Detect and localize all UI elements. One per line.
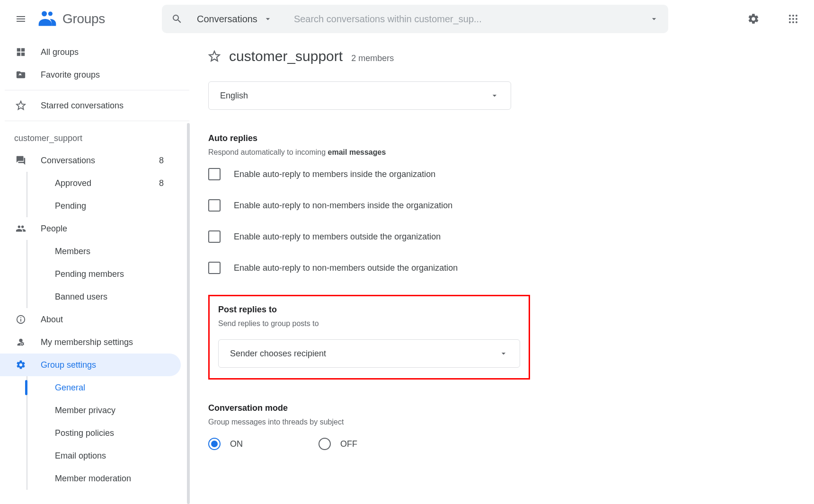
chevron-down-icon <box>490 91 499 100</box>
sidebar-item-posting-policies[interactable]: Posting policies <box>0 422 181 444</box>
main-menu-button[interactable] <box>9 8 32 30</box>
count-badge: 8 <box>159 156 164 166</box>
sidebar-item-label: Banned users <box>55 292 107 302</box>
sidebar-item-general[interactable]: General <box>0 376 181 399</box>
svg-point-6 <box>792 18 794 20</box>
info-icon <box>14 313 27 326</box>
conversations-icon <box>14 154 27 167</box>
sidebar-item-label: About <box>41 315 63 325</box>
settings-button[interactable] <box>742 8 765 30</box>
svg-point-7 <box>796 18 797 20</box>
sidebar-item-members[interactable]: Members <box>0 240 181 263</box>
radio-label: OFF <box>340 439 357 449</box>
star-outline-icon <box>14 99 27 112</box>
sidebar-item-about[interactable]: About <box>0 308 181 331</box>
sidebar-item-label: Favorite groups <box>41 70 100 80</box>
radio-option-off[interactable]: OFF <box>319 438 357 450</box>
sidebar-item-label: People <box>41 224 67 234</box>
search-icon[interactable] <box>171 13 183 25</box>
sidebar-item-member-moderation[interactable]: Member moderation <box>0 467 181 490</box>
hamburger-icon <box>15 13 27 25</box>
checkbox-label: Enable auto-reply to members outside the… <box>234 232 441 242</box>
svg-point-8 <box>789 21 791 23</box>
chevron-down-icon <box>499 349 508 358</box>
sidebar-item-label: Approved <box>55 178 91 188</box>
search-input[interactable] <box>294 14 649 25</box>
checkbox-members-outside[interactable] <box>208 230 221 243</box>
sidebar-item-all-groups[interactable]: All groups <box>0 41 181 63</box>
sidebar-item-group-settings[interactable]: Group settings <box>0 354 181 376</box>
apps-button[interactable] <box>782 8 805 30</box>
post-replies-select[interactable]: Sender chooses recipient <box>218 339 520 368</box>
header: Groups Conversations <box>0 0 814 38</box>
post-replies-highlight: Post replies to Send replies to group po… <box>208 295 530 380</box>
section-subtitle: Respond automatically to incoming email … <box>208 148 795 157</box>
checkbox-nonmembers-outside[interactable] <box>208 262 221 274</box>
language-select[interactable]: English <box>208 81 511 110</box>
search-scope-label[interactable]: Conversations <box>197 14 257 25</box>
sidebar-item-starred-conversations[interactable]: Starred conversations <box>0 94 181 117</box>
checkbox-label: Enable auto-reply to non-members outside… <box>234 263 458 273</box>
sidebar-item-label: Posting policies <box>55 428 114 438</box>
apps-grid-icon <box>787 13 799 25</box>
divider <box>5 90 189 90</box>
chevron-down-icon[interactable] <box>263 14 273 24</box>
sidebar-item-favorite-groups[interactable]: Favorite groups <box>0 63 181 86</box>
svg-point-4 <box>796 15 797 17</box>
member-count: 2 members <box>351 53 394 63</box>
radio-option-on[interactable]: ON <box>208 438 243 450</box>
language-select-value: English <box>220 91 248 101</box>
svg-point-2 <box>789 15 791 17</box>
subtitle-bold: email messages <box>328 148 386 156</box>
sidebar-item-label: General <box>55 383 85 393</box>
group-title: customer_support <box>229 48 343 64</box>
sidebar-item-pending-members[interactable]: Pending members <box>0 263 181 285</box>
sidebar-item-member-privacy[interactable]: Member privacy <box>0 399 181 422</box>
sidebar-item-my-membership-settings[interactable]: My membership settings <box>0 331 181 354</box>
star-toggle-button[interactable] <box>208 50 221 62</box>
section-title: Conversation mode <box>208 403 795 413</box>
sidebar-item-label: Members <box>55 247 90 256</box>
post-replies-section: Post replies to Send replies to group po… <box>218 305 520 368</box>
sidebar-item-label: Conversations <box>41 156 95 166</box>
sidebar-item-pending[interactable]: Pending <box>0 195 181 217</box>
sidebar-item-label: Member moderation <box>55 474 131 484</box>
search-options-chevron-icon[interactable] <box>649 14 659 24</box>
sidebar-item-banned-users[interactable]: Banned users <box>0 285 181 308</box>
search-bar: Conversations <box>162 5 668 33</box>
auto-replies-section: Auto replies Respond automatically to in… <box>208 133 795 274</box>
sidebar-item-label: Starred conversations <box>41 101 124 111</box>
subtitle-text: Respond automatically to incoming <box>208 148 328 156</box>
sidebar-item-label: All groups <box>41 47 79 57</box>
brand[interactable]: Groups <box>37 9 105 29</box>
section-subtitle: Send replies to group posts to <box>218 319 520 328</box>
sidebar-item-conversations[interactable]: Conversations 8 <box>0 149 181 172</box>
main-content: customer_support 2 members English Auto … <box>189 38 814 504</box>
conversation-mode-section: Conversation mode Group messages into th… <box>208 403 795 450</box>
svg-point-1 <box>48 11 53 16</box>
svg-point-9 <box>792 21 794 23</box>
count-badge: 8 <box>159 178 164 188</box>
radio-label: ON <box>230 439 243 449</box>
header-actions <box>742 8 805 30</box>
sidebar-item-label: Group settings <box>41 360 96 370</box>
svg-point-5 <box>789 18 791 20</box>
sidebar-item-approved[interactable]: Approved 8 <box>0 172 181 195</box>
checkbox-label: Enable auto-reply to members inside the … <box>234 169 435 179</box>
sidebar-item-label: Member privacy <box>55 406 115 416</box>
checkbox-row-members-outside: Enable auto-reply to members outside the… <box>208 230 795 243</box>
sidebar-item-label: Pending members <box>55 269 124 279</box>
star-outline-icon <box>208 50 221 62</box>
scrollbar[interactable] <box>187 123 190 504</box>
checkbox-nonmembers-inside[interactable] <box>208 199 221 212</box>
checkbox-row-members-inside: Enable auto-reply to members inside the … <box>208 168 795 180</box>
post-replies-value: Sender chooses recipient <box>230 349 326 359</box>
sidebar-group-label: customer_support <box>0 125 189 149</box>
checkbox-members-inside[interactable] <box>208 168 221 180</box>
sidebar-item-email-options[interactable]: Email options <box>0 444 181 467</box>
checkbox-row-nonmembers-inside: Enable auto-reply to non-members inside … <box>208 199 795 212</box>
svg-point-10 <box>796 21 797 23</box>
favorite-folder-icon <box>14 68 27 81</box>
sidebar-item-people[interactable]: People <box>0 217 181 240</box>
radio-off <box>319 438 331 450</box>
